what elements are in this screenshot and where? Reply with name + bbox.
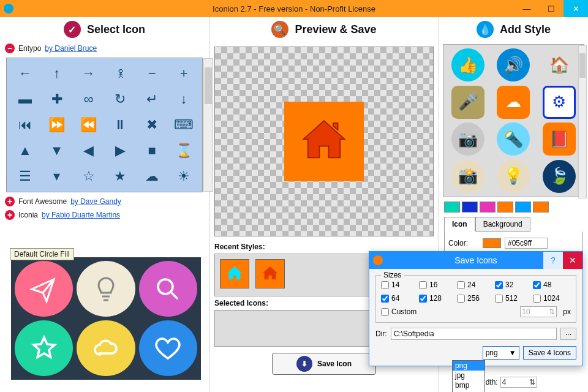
size-checkbox[interactable]: 14 (381, 281, 410, 289)
size-checkbox[interactable]: 256 (457, 294, 486, 303)
expand-icon[interactable]: + (5, 210, 15, 220)
author-link[interactable]: by Fabio Duarte Martins (42, 211, 120, 219)
style-thumb[interactable]: 📸 (451, 160, 484, 193)
custom-size-input[interactable]: 10⇅ (520, 306, 557, 317)
color-swatch[interactable] (515, 202, 531, 213)
arrow-up-icon[interactable]: ↑ (42, 62, 72, 85)
arrow-right-icon[interactable]: → (74, 62, 104, 85)
expand-icon[interactable]: + (5, 197, 15, 206)
star-icon[interactable]: ★ (105, 165, 135, 188)
color-swatch[interactable] (444, 202, 460, 213)
style-thumb[interactable]: 📕 (543, 123, 576, 156)
format-option[interactable]: jpg (453, 371, 484, 380)
tri-left-icon[interactable]: ◀ (74, 139, 104, 162)
tri-up-icon[interactable]: ▲ (10, 139, 40, 162)
arrow-down-icon[interactable]: ↓ (169, 88, 198, 111)
star-outline-icon[interactable]: ☆ (74, 165, 104, 188)
circle-preview[interactable] (77, 320, 135, 376)
cup-icon[interactable]: ▾ (42, 165, 72, 188)
style-thumb[interactable]: 🍃 (543, 160, 576, 193)
preview-tile (284, 102, 364, 181)
author-link[interactable]: by Dave Gandy (70, 197, 121, 206)
brightness-icon[interactable]: ☀ (169, 165, 198, 188)
redo-icon[interactable]: ↻ (105, 88, 135, 111)
keyboard-icon[interactable]: ⌨ (169, 113, 198, 137)
size-checkbox[interactable]: 48 (533, 281, 562, 289)
save-icon-button[interactable]: ⬇ Save Icon (272, 353, 376, 375)
style-thumb[interactable]: ☁ (497, 86, 530, 119)
skip-back-icon[interactable]: ⏮ (10, 113, 40, 137)
style-scrollbar[interactable] (578, 45, 587, 198)
package-iconia[interactable]: + Iconia by Fabio Duarte Martins (0, 208, 209, 222)
infinity-icon[interactable]: ∞ (74, 88, 104, 111)
stop-icon[interactable]: ■ (137, 139, 167, 162)
return-icon[interactable]: ↵ (137, 88, 167, 111)
style-thumb[interactable]: 🔊 (497, 48, 530, 81)
save-icons-button[interactable]: Save 4 Icons (523, 346, 576, 360)
format-dropdown[interactable]: png▼ (483, 346, 519, 360)
menu-icon[interactable]: ☰ (10, 165, 40, 188)
size-checkbox[interactable]: 16 (419, 281, 448, 289)
color-input[interactable] (505, 238, 548, 249)
arrow-left-icon[interactable]: ← (10, 62, 40, 85)
color-swatch[interactable] (480, 202, 496, 213)
style-thumb[interactable]: 📷 (451, 123, 484, 156)
circle-preview[interactable] (15, 261, 73, 317)
minimize-button[interactable]: — (514, 0, 539, 17)
person-icon[interactable]: 🯅 (105, 62, 135, 85)
recent-style-tile[interactable] (255, 259, 285, 288)
minus-box-icon[interactable]: ▬ (10, 88, 40, 111)
close-button[interactable]: ✕ (564, 0, 588, 17)
style-thumb[interactable]: 💡 (497, 160, 530, 193)
package-fontawesome[interactable]: + Font Awesome by Dave Gandy (0, 195, 209, 208)
style-thumb[interactable]: 👍 (451, 48, 484, 81)
tri-down-icon[interactable]: ▼ (42, 139, 72, 162)
size-checkbox[interactable]: 512 (495, 294, 524, 303)
color-swatch[interactable] (497, 202, 513, 213)
circle-preview[interactable] (139, 261, 197, 317)
dir-input[interactable] (391, 328, 557, 340)
format-option[interactable]: bmp (453, 380, 484, 390)
cloud-icon[interactable]: ☁ (137, 165, 167, 188)
maximize-button[interactable]: ☐ (539, 0, 564, 17)
fast-forward-icon[interactable]: ⏩ (42, 113, 72, 137)
minus-icon[interactable]: − (137, 62, 167, 85)
dialog-close-button[interactable]: ✕ (563, 252, 582, 269)
plus-icon[interactable]: + (169, 62, 198, 85)
width-input[interactable]: 4⇅ (500, 377, 537, 388)
collapse-icon[interactable]: − (5, 43, 15, 53)
size-checkbox[interactable]: 24 (457, 281, 486, 289)
author-link[interactable]: by Daniel Bruce (45, 44, 97, 53)
style-thumb[interactable]: 🏠 (543, 48, 576, 81)
dialog-help-button[interactable]: ? (543, 252, 563, 269)
tri-right-icon[interactable]: ▶ (105, 139, 135, 162)
circle-preview[interactable] (15, 320, 73, 376)
tab-background[interactable]: Background (475, 217, 530, 232)
sizes-group: Sizes 14 16 24 32 48 64 128 256 512 1024… (375, 275, 576, 323)
style-thumb[interactable]: 🔦 (497, 123, 530, 156)
color-swatch-picker[interactable] (483, 238, 501, 248)
style-thumb[interactable]: 🎤 (451, 86, 484, 119)
circle-preview[interactable] (77, 261, 135, 317)
size-checkbox[interactable]: 64 (381, 294, 410, 303)
pause-icon[interactable]: ⏸ (105, 113, 135, 137)
browse-button[interactable]: ... (560, 328, 576, 340)
style-thumb-selected[interactable]: ⚙ (543, 86, 576, 119)
size-checkbox[interactable]: 128 (419, 294, 448, 303)
save-icons-dialog: Save Icons ? ✕ Sizes 14 16 24 32 48 64 1… (369, 251, 583, 366)
plus-box-icon[interactable]: ✚ (42, 88, 72, 111)
cancel-box-icon[interactable]: ✖ (137, 113, 167, 137)
color-swatch[interactable] (462, 202, 478, 213)
circle-preview[interactable] (139, 320, 197, 376)
color-swatch[interactable] (533, 202, 549, 213)
hourglass-icon[interactable]: ⌛ (169, 139, 198, 162)
size-checkbox[interactable]: 32 (495, 281, 524, 289)
rewind-icon[interactable]: ⏪ (74, 113, 104, 137)
recent-style-tile[interactable] (220, 259, 249, 288)
custom-size-checkbox[interactable]: Custom (381, 307, 417, 316)
size-checkbox[interactable]: 1024 (533, 294, 562, 303)
format-option[interactable]: png (453, 361, 484, 371)
tab-icon[interactable]: Icon (444, 217, 475, 232)
package-entypo[interactable]: − Entypo by Daniel Bruce (0, 42, 209, 55)
grid-scrollbar[interactable] (203, 58, 213, 192)
